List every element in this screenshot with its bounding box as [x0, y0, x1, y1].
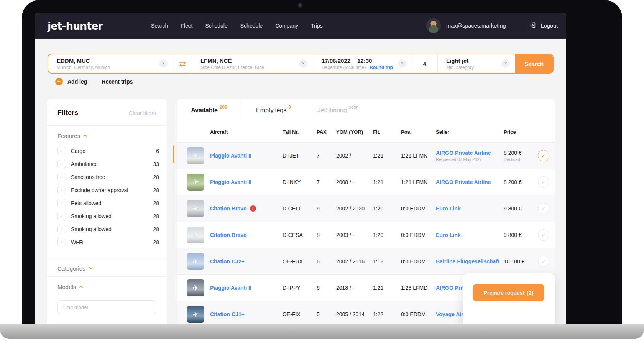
seller-link[interactable]: Euro Link: [436, 205, 504, 212]
round-trip-link[interactable]: Round trip: [370, 65, 393, 70]
feature-filter-row[interactable]: ✓ Cargo 6: [58, 145, 159, 158]
models-section-header[interactable]: Models: [47, 276, 167, 295]
feature-filter-row[interactable]: ✓ Smoking allowed 28: [58, 223, 159, 236]
price-value: 9 800 €: [504, 205, 532, 212]
checkbox[interactable]: ✓: [58, 186, 66, 194]
price-note: Declined: [504, 157, 532, 162]
tab-badge: 3: [288, 105, 291, 110]
checkbox[interactable]: ✓: [58, 225, 66, 233]
app-logo[interactable]: jet-hunter: [48, 20, 103, 32]
to-airport-field[interactable]: LFMN, NCE Nice Cote D Azur, France, Nice…: [192, 54, 313, 73]
table-row[interactable]: ✈ Citation CJ2+ OE-FUX 6 2002 / 2016 1:1…: [177, 248, 555, 275]
select-row-button[interactable]: ✓: [538, 203, 549, 214]
nav-link[interactable]: Schedule: [240, 23, 263, 29]
aircraft-link[interactable]: Piaggio Avanti II: [210, 179, 251, 185]
features-scrollbar[interactable]: [173, 145, 174, 242]
checkbox[interactable]: ✓: [58, 238, 66, 246]
add-leg-icon[interactable]: +: [55, 78, 63, 85]
aircraft-photo: ✈: [187, 174, 204, 191]
table-row[interactable]: ✈ Citation Bravo D-CESA 8 2003 / - 1:20 …: [177, 222, 555, 248]
nav-link[interactable]: Schedule: [205, 23, 227, 29]
features-title: Features: [58, 133, 80, 139]
checkbox[interactable]: ✓: [58, 199, 66, 207]
find-model-input[interactable]: [58, 300, 156, 314]
plane-icon: ✈: [191, 230, 199, 240]
price-value: 8 200 €: [504, 150, 532, 156]
swap-airports-icon[interactable]: ⇄: [179, 60, 186, 68]
category-field[interactable]: Light jet Min. category ×: [438, 54, 515, 73]
aircraft-link[interactable]: Piaggio Avanti II: [210, 153, 251, 159]
add-leg-button[interactable]: Add leg: [67, 79, 87, 85]
feature-filter-row[interactable]: ✓ Ambulance 33: [58, 158, 159, 171]
laptop-mockup: jet-hunter SearchFleetScheduleScheduleCo…: [0, 0, 644, 363]
from-airport-field[interactable]: EDDM, MUC Munich, Germany, Munich ×: [48, 54, 173, 73]
select-row-button[interactable]: ✓: [538, 229, 549, 241]
quick-actions-row: + Add leg Recent trips: [55, 78, 133, 85]
results-tab[interactable]: Empty legs 3: [242, 99, 306, 122]
pax-value: 7: [317, 179, 336, 185]
nav-link[interactable]: Trips: [311, 23, 323, 29]
clear-date-button[interactable]: ×: [398, 59, 406, 68]
table-row[interactable]: ✈ Citation Bravo + D-CELI 9 2002 / 2020 …: [177, 195, 555, 222]
checkbox[interactable]: ✓: [58, 173, 66, 181]
clear-filters-button[interactable]: Clear filters: [129, 110, 156, 116]
seller-link[interactable]: Euro Link: [436, 232, 504, 238]
aircraft-photo: ✈: [187, 200, 204, 217]
feature-filter-row[interactable]: ✓ Pets allowed 28: [58, 197, 159, 210]
scrollbar-thumb[interactable]: [173, 145, 174, 163]
feature-count: 28: [153, 174, 159, 180]
plane-icon: ✈: [191, 177, 199, 187]
column-header: PAX: [317, 129, 336, 135]
feature-filter-row[interactable]: ✓ Wi-Fi 28: [58, 236, 159, 249]
column-header: Flt.: [373, 129, 401, 135]
seller-link[interactable]: AIRGO Private Airline: [436, 179, 504, 185]
check-icon: ✓: [541, 153, 546, 159]
nav-link[interactable]: Search: [151, 23, 168, 29]
logout-icon: [530, 22, 537, 30]
results-tab[interactable]: Available 200: [177, 99, 242, 122]
feature-count: 28: [153, 213, 159, 219]
logout-button[interactable]: Logout: [530, 22, 558, 30]
plane-icon: ✈: [191, 283, 199, 293]
search-button[interactable]: Search: [515, 54, 553, 73]
pax-field[interactable]: 4: [412, 54, 437, 73]
select-row-button[interactable]: ✓: [538, 256, 549, 267]
table-row[interactable]: ✈ Piaggio Avanti II D-INKY 7 2008 / - 1:…: [177, 169, 555, 195]
aircraft-link[interactable]: Citation Bravo: [210, 232, 247, 238]
feature-filter-row[interactable]: ✓ Exclude owner approval 28: [58, 184, 159, 197]
categories-section-header[interactable]: Categories: [47, 258, 167, 276]
checkbox[interactable]: ✓: [58, 212, 66, 220]
features-section-header[interactable]: Features: [47, 125, 167, 144]
date-field[interactable]: 17/06/2022 12:30 Departure (local time) …: [313, 54, 412, 73]
checkbox[interactable]: ✓: [58, 147, 66, 155]
feature-count: 33: [153, 161, 159, 167]
seller-link[interactable]: Bairline Fluggesellschaft: [436, 258, 504, 264]
chevron-up-icon: [84, 135, 87, 138]
category-label: Min. category: [446, 65, 498, 70]
plane-icon: ✈: [191, 309, 199, 320]
feature-filter-row[interactable]: ✓ Sanctions free 28: [58, 171, 159, 184]
yom-value: 2002 / 2016: [336, 258, 373, 264]
clear-from-button[interactable]: ×: [159, 59, 168, 68]
aircraft-link[interactable]: Piaggio Avanti II: [210, 285, 251, 291]
clear-to-button[interactable]: ×: [299, 59, 307, 68]
checkbox[interactable]: ✓: [58, 160, 66, 168]
feature-filter-row[interactable]: ✓ Smoking allowed 28: [58, 210, 159, 223]
nav-link[interactable]: Fleet: [181, 23, 192, 29]
feature-label: Smoking allowed: [71, 226, 148, 232]
table-row[interactable]: ✈ Piaggio Avanti II D-IJET 7 2002 / - 1:…: [177, 143, 555, 169]
user-avatar[interactable]: [426, 18, 441, 33]
aircraft-link[interactable]: Citation CJ1+: [210, 311, 245, 317]
recent-trips-button[interactable]: Recent trips: [102, 79, 133, 85]
aircraft-link[interactable]: Citation Bravo: [210, 205, 247, 212]
nav-link[interactable]: Company: [275, 23, 298, 29]
select-row-button[interactable]: ✓: [538, 176, 549, 188]
tail-number: D-IPPY: [283, 285, 317, 291]
clear-category-button[interactable]: ×: [501, 59, 510, 68]
aircraft-link[interactable]: Citation CJ2+: [210, 258, 245, 264]
prepare-request-button[interactable]: Prepare request (2): [473, 284, 544, 301]
categories-title: Categories: [58, 265, 85, 272]
select-row-button[interactable]: ✓: [538, 150, 549, 161]
results-tab[interactable]: JetSharing soon: [306, 99, 370, 122]
seller-link[interactable]: AIRGO Private Airline: [436, 150, 504, 156]
